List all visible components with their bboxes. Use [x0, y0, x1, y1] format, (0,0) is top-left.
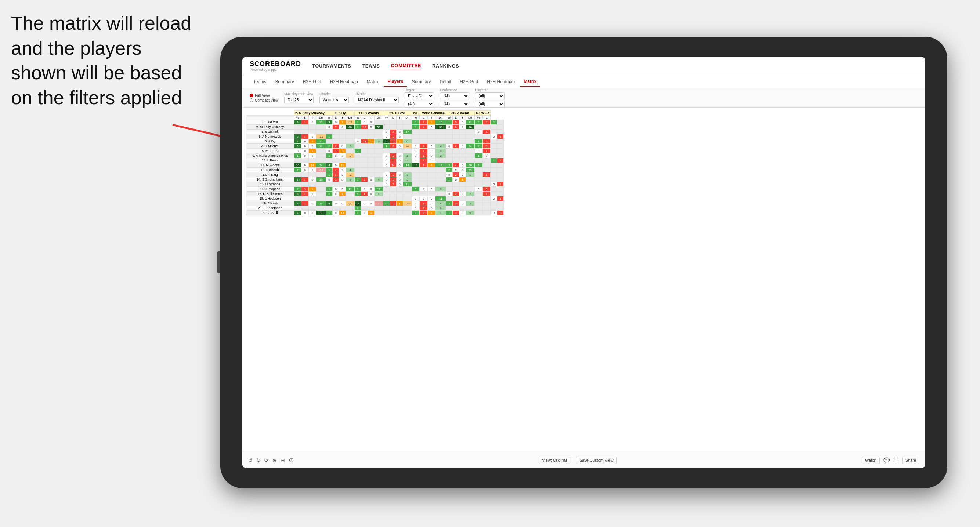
gender-select[interactable]: Women's	[320, 97, 349, 103]
cell-l	[452, 158, 459, 163]
sub-nav-h2h-heatmap2[interactable]: H2H Heatmap	[483, 77, 519, 87]
cell-t: 0	[339, 168, 346, 173]
cell-w: 0	[412, 153, 420, 158]
cell-dif	[316, 153, 326, 158]
cell-dif	[316, 149, 326, 153]
cell-t: 0	[427, 144, 435, 149]
cell-dif	[436, 192, 446, 196]
cell-w: 2	[383, 201, 390, 206]
region-select2[interactable]: (All)	[405, 100, 434, 108]
cell-w: 2	[474, 144, 482, 149]
view-original-button[interactable]: View: Original	[539, 457, 570, 464]
cell-w: 0	[412, 144, 420, 149]
cell-dif: 9	[466, 211, 474, 216]
cell-w: 1	[474, 139, 482, 144]
settings-icon[interactable]: ⊟	[280, 457, 285, 463]
cell-w	[383, 192, 390, 196]
save-custom-button[interactable]: Save Custom View	[576, 457, 617, 464]
row-name: 5. A Nomrowski	[247, 134, 294, 139]
share-button[interactable]: Share	[902, 457, 920, 464]
top-nav-items: TOURNAMENTS TEAMS COMMITTEE RANKINGS	[312, 61, 459, 70]
cell-l: 0	[361, 187, 368, 192]
redo-icon[interactable]: ↻	[256, 457, 261, 463]
zoom-icon[interactable]: ⊕	[272, 457, 277, 463]
cell-l	[497, 187, 504, 192]
cell-dif	[466, 206, 474, 211]
cell-l	[390, 187, 396, 192]
cell-t	[396, 206, 403, 211]
cell-w	[490, 168, 497, 173]
cell-w: 0	[446, 125, 452, 130]
cell-w: 0	[294, 149, 301, 153]
comment-icon[interactable]: 💬	[883, 457, 890, 463]
sub-nav-detail[interactable]: Detail	[436, 77, 455, 87]
max-players-select[interactable]: Top 25	[284, 97, 313, 103]
undo-icon[interactable]: ↺	[248, 457, 253, 463]
cell-t	[368, 196, 374, 201]
cell-l	[332, 196, 339, 201]
conference-select[interactable]: (All)	[440, 92, 469, 100]
timer-icon[interactable]: ⏱	[289, 457, 294, 463]
division-select[interactable]: NCAA Division II	[355, 97, 399, 103]
cell-t	[459, 187, 466, 192]
cell-dif	[346, 130, 355, 134]
cell-dif: 11	[436, 196, 446, 201]
sub-h-l7: L	[482, 116, 490, 120]
cell-w: 0	[383, 163, 390, 168]
cell-l: 3	[482, 144, 490, 149]
sub-nav-teams[interactable]: Teams	[250, 77, 270, 87]
cell-dif	[316, 196, 326, 201]
cell-t: 0	[368, 201, 374, 206]
region-select[interactable]: East - DII	[405, 92, 434, 100]
cell-w: 1	[326, 173, 332, 177]
cell-dif	[403, 149, 412, 153]
cell-t: 0	[368, 192, 374, 196]
cell-w	[355, 173, 361, 177]
watch-button[interactable]: Watch	[862, 457, 880, 464]
cell-t: 0	[339, 153, 346, 158]
cell-w	[412, 192, 420, 196]
cell-w	[294, 158, 301, 163]
cell-dif	[374, 168, 383, 173]
sub-nav-matrix[interactable]: Matrix	[363, 77, 383, 87]
cell-l	[482, 206, 490, 211]
cell-w: 2	[446, 168, 452, 173]
sub-h-l3: L	[361, 116, 368, 120]
sub-nav-matrix2[interactable]: Matrix	[520, 77, 540, 87]
cell-l	[482, 196, 490, 201]
sub-nav-players[interactable]: Players	[384, 77, 407, 87]
sub-nav-summary[interactable]: Summary	[271, 77, 298, 87]
full-view-option[interactable]: Full View	[250, 94, 278, 98]
fullscreen-icon[interactable]: ⛶	[893, 457, 899, 463]
cell-t: 0	[339, 144, 346, 149]
cell-dif: 17	[436, 163, 446, 168]
compact-view-option[interactable]: Compact View	[250, 98, 278, 102]
matrix-wrapper: 2. M Kelly Mulcahy 6. A Dy 11. G Woods 2…	[242, 108, 925, 218]
nav-rankings[interactable]: RANKINGS	[432, 62, 459, 70]
sub-nav-h2h-heatmap[interactable]: H2H Heatmap	[326, 77, 362, 87]
cell-w	[490, 187, 497, 192]
sub-nav-h2h-grid[interactable]: H2H Grid	[299, 77, 325, 87]
players-select[interactable]: (All)	[475, 92, 504, 100]
cell-l	[301, 173, 309, 177]
sub-nav-summary2[interactable]: Summary	[408, 77, 434, 87]
cell-w: 2	[294, 187, 301, 192]
cell-dif	[436, 139, 446, 144]
players-select2[interactable]: (All)	[475, 100, 504, 108]
cell-t	[427, 177, 435, 182]
cell-l: 1	[390, 134, 396, 139]
cell-l: 3	[482, 187, 490, 192]
cell-l	[420, 192, 427, 196]
cell-t: 0	[309, 120, 316, 125]
nav-tournaments[interactable]: TOURNAMENTS	[312, 62, 351, 70]
refresh-icon[interactable]: ⟳	[264, 457, 269, 463]
cell-t	[368, 163, 374, 168]
nav-committee[interactable]: COMMITTEE	[391, 61, 421, 70]
cell-l	[301, 206, 309, 211]
cell-t	[427, 182, 435, 187]
cell-dif	[466, 158, 474, 163]
conference-select2[interactable]: (All)	[440, 100, 469, 108]
nav-teams[interactable]: TEAMS	[362, 62, 380, 70]
max-players-label: Max players in view	[284, 92, 313, 96]
sub-nav-h2h-grid2[interactable]: H2H Grid	[456, 77, 482, 87]
